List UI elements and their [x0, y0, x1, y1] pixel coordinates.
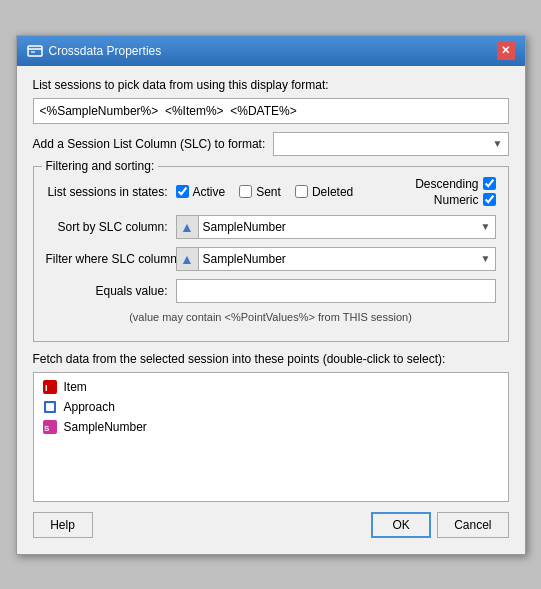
numeric-checkbox[interactable]	[483, 193, 496, 206]
filter-dropdown-arrow-icon: ▼	[481, 253, 495, 264]
sort-row: Sort by SLC column: ▲ SampleNumber ▼	[46, 215, 496, 239]
svg-text:I: I	[45, 383, 48, 393]
states-content: Active Sent Deleted Descendi	[176, 177, 496, 207]
crossdata-properties-dialog: Crossdata Properties ✕ List sessions to …	[16, 35, 526, 555]
slc-label: Add a Session List Column (SLC) to forma…	[33, 137, 266, 151]
ok-button[interactable]: OK	[371, 512, 431, 538]
equals-row: Equals value:	[46, 279, 496, 303]
sort-label: Sort by SLC column:	[46, 220, 176, 234]
sent-checkbox-item: Sent	[239, 185, 281, 199]
sort-dropdown-arrow-icon: ▼	[481, 221, 495, 232]
item-red-tag-icon: I	[42, 379, 58, 395]
samplenumber-icon: S	[42, 419, 58, 435]
states-label: List sessions in states:	[46, 185, 176, 199]
fetch-list: I Item Approach S SampleNumber	[33, 372, 509, 502]
filter-sort-group: Filtering and sorting: List sessions in …	[33, 166, 509, 342]
deleted-label: Deleted	[312, 185, 353, 199]
cancel-button[interactable]: Cancel	[437, 512, 508, 538]
svg-text:S: S	[44, 424, 50, 433]
ok-cancel-group: OK Cancel	[371, 512, 508, 538]
title-bar-left: Crossdata Properties	[27, 43, 162, 59]
button-row: Help OK Cancel	[33, 512, 509, 542]
sort-dropdown-wrapper: ▲ SampleNumber ▼	[176, 215, 496, 239]
equals-content	[176, 279, 496, 303]
format-input[interactable]	[33, 98, 509, 124]
active-checkbox-item: Active	[176, 185, 226, 199]
hint-text: (value may contain <%PointValues%> from …	[46, 311, 496, 323]
approach-name: Approach	[64, 400, 115, 414]
states-row: List sessions in states: Active Sent	[46, 177, 496, 207]
slc-row: Add a Session List Column (SLC) to forma…	[33, 132, 509, 156]
sent-checkbox[interactable]	[239, 185, 252, 198]
svg-rect-0	[28, 46, 42, 56]
sort-content: ▲ SampleNumber ▼	[176, 215, 496, 239]
dialog-title: Crossdata Properties	[49, 44, 162, 58]
states-checkboxes: Active Sent Deleted	[176, 185, 354, 199]
title-bar: Crossdata Properties ✕	[17, 36, 525, 66]
active-checkbox[interactable]	[176, 185, 189, 198]
fetch-section-label: Fetch data from the selected session int…	[33, 352, 509, 366]
samplenumber-name: SampleNumber	[64, 420, 147, 434]
filter-label: Filter where SLC column:	[46, 252, 176, 266]
equals-label: Equals value:	[46, 284, 176, 298]
approach-icon	[42, 399, 58, 415]
right-options: Descending Numeric	[415, 177, 495, 207]
descending-checkbox[interactable]	[483, 177, 496, 190]
dialog-content: List sessions to pick data from using th…	[17, 66, 525, 554]
filter-dropdown-icon: ▲	[177, 248, 199, 270]
sort-dropdown-icon: ▲	[177, 216, 199, 238]
sort-dropdown[interactable]: SampleNumber	[199, 216, 481, 238]
filter-sort-title: Filtering and sorting:	[42, 159, 159, 173]
filter-dropdown[interactable]: SampleNumber	[199, 248, 481, 270]
item-name: Item	[64, 380, 87, 394]
sent-label: Sent	[256, 185, 281, 199]
deleted-checkbox[interactable]	[295, 185, 308, 198]
numeric-label: Numeric	[434, 193, 479, 207]
list-item[interactable]: Approach	[38, 397, 504, 417]
numeric-row: Numeric	[415, 193, 495, 207]
filter-content: ▲ SampleNumber ▼	[176, 247, 496, 271]
deleted-checkbox-item: Deleted	[295, 185, 353, 199]
active-label: Active	[193, 185, 226, 199]
filter-row: Filter where SLC column: ▲ SampleNumber …	[46, 247, 496, 271]
list-item[interactable]: I Item	[38, 377, 504, 397]
format-section-label: List sessions to pick data from using th…	[33, 78, 509, 92]
descending-row: Descending	[415, 177, 495, 191]
help-button[interactable]: Help	[33, 512, 93, 538]
filter-dropdown-wrapper: ▲ SampleNumber ▼	[176, 247, 496, 271]
svg-rect-6	[46, 403, 54, 411]
list-item[interactable]: S SampleNumber	[38, 417, 504, 437]
equals-input[interactable]	[176, 279, 496, 303]
close-button[interactable]: ✕	[497, 42, 515, 60]
descending-label: Descending	[415, 177, 478, 191]
sort-up-arrow-icon: ▲	[180, 219, 194, 235]
dialog-icon	[27, 43, 43, 59]
filter-up-arrow-icon: ▲	[180, 251, 194, 267]
slc-dropdown-wrapper: ▼	[273, 132, 508, 156]
slc-dropdown[interactable]	[273, 132, 508, 156]
